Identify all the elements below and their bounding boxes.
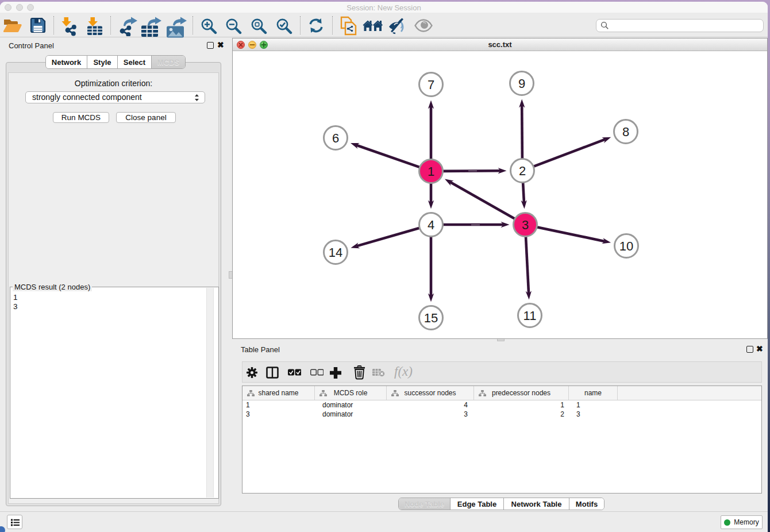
svg-text:1: 1: [428, 164, 434, 179]
svg-text:8: 8: [622, 125, 629, 139]
svg-text:15: 15: [424, 311, 438, 325]
svg-text:2: 2: [519, 164, 526, 178]
svg-text:11: 11: [523, 309, 537, 323]
svg-text:6: 6: [332, 131, 339, 145]
svg-text:9: 9: [518, 76, 525, 91]
svg-text:7: 7: [428, 78, 434, 92]
svg-text:10: 10: [619, 239, 633, 253]
svg-text:3: 3: [522, 218, 529, 232]
svg-text:4: 4: [428, 218, 434, 232]
svg-text:14: 14: [329, 245, 342, 260]
